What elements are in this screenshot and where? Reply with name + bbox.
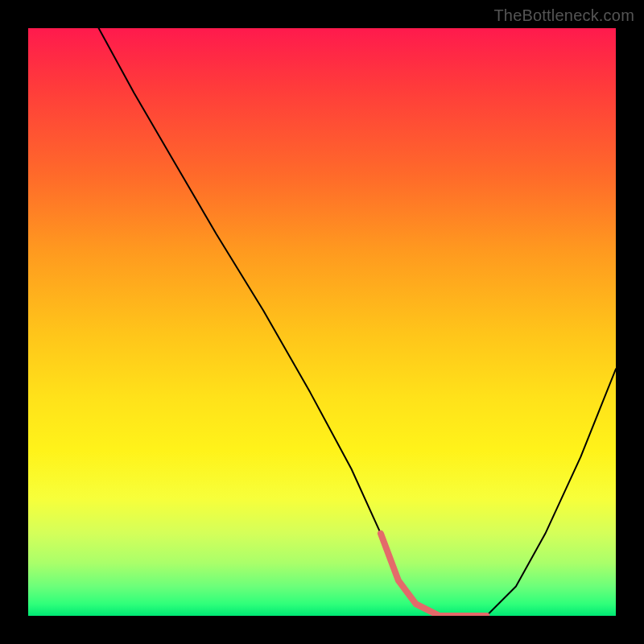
series-bottleneck-curve bbox=[99, 28, 616, 616]
chart-container: TheBottleneck.com bbox=[0, 0, 644, 644]
series-optimal-range-overlay bbox=[381, 534, 486, 616]
chart-svg bbox=[28, 28, 616, 616]
watermark-text: TheBottleneck.com bbox=[493, 6, 634, 25]
series-group bbox=[99, 28, 616, 616]
